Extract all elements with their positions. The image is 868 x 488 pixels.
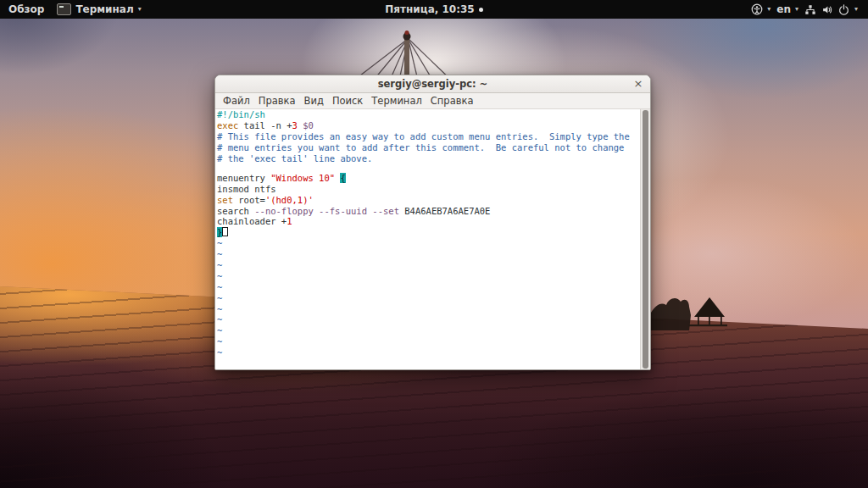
accessibility-menu[interactable]: ▾ [751,3,771,15]
menubar: ФайлПравкаВидПоискТерминалСправка [215,93,650,109]
vim-line [217,164,640,172]
menubar-item[interactable]: Справка [426,95,478,107]
island-trees [651,298,691,330]
vim-tilde-line: ~ [217,304,640,315]
chevron-down-icon: ▾ [138,6,142,13]
menubar-item[interactable]: Вид [300,95,328,107]
keyboard-layout-label: en [776,3,791,15]
scrollbar[interactable] [640,109,650,369]
vim-tilde-line: ~ [217,293,640,304]
vim-line: insmod ntfs [217,184,640,195]
window-titlebar[interactable]: sergiy@sergiy-pc: ~ × [215,75,650,93]
vim-line: #!/bin/sh [217,109,640,120]
vim-tilde-line: ~ [217,325,640,336]
accessibility-icon [751,3,763,15]
vim-tilde-line: ~ [217,347,640,358]
power-icon [838,4,849,15]
vim-line: } [217,227,640,238]
system-status-menu[interactable]: ▾ [804,4,858,15]
vim-line: # the 'exec tail' line above. [217,153,640,164]
terminal-content: #!/bin/shexec tail -n +3 $0# This file p… [215,109,650,369]
vim-buffer[interactable]: #!/bin/shexec tail -n +3 $0# This file p… [215,109,640,369]
app-menu-label: Терминал [75,3,133,15]
volume-icon [821,4,833,15]
app-menu-button[interactable]: Терминал ▾ [57,3,141,15]
island-hut-roof [694,297,725,317]
close-button[interactable]: × [632,77,644,90]
vim-line: # menu entries you want to add after thi… [217,142,640,153]
menubar-item[interactable]: Терминал [367,95,426,107]
gnome-top-bar: Пятница, 10:35 Обзор Терминал ▾ ▾ en [0,0,868,19]
vim-tilde-line: ~ [217,336,640,347]
vim-line: exec tail -n +3 $0 [217,120,640,131]
vim-line: menuentry "Windows 10" { [217,173,640,184]
activities-label: Обзор [8,3,44,15]
vim-line: search --no-floppy --fs-uuid --set B4A6A… [217,206,640,217]
menubar-item[interactable]: Поиск [328,95,367,107]
vim-statusline: -- ВСТАВКА -- 12,2 Весь [217,358,640,369]
menubar-item[interactable]: Правка [254,95,300,107]
vim-line: # This file provides an easy way to add … [217,131,640,142]
desktop: Пятница, 10:35 Обзор Терминал ▾ ▾ en [0,0,868,488]
island-pier [688,324,727,326]
chevron-down-icon: ▾ [795,6,798,13]
vim-tilde-line: ~ [217,260,640,271]
vim-tilde-line: ~ [217,314,640,325]
chevron-down-icon: ▾ [854,6,858,13]
keyboard-layout-menu[interactable]: en ▾ [776,3,798,15]
vim-tilde-line: ~ [217,249,640,260]
vim-cursor [222,227,227,236]
scrollbar-thumb[interactable] [643,110,648,369]
clock-label: Пятница, 10:35 [385,3,474,15]
vim-tilde-line: ~ [217,271,640,282]
chevron-down-icon: ▾ [767,6,771,13]
vim-line: set root='(hd0,1)' [217,195,640,206]
vim-tilde-line: ~ [217,282,640,293]
activities-button[interactable]: Обзор [8,3,44,15]
vim-tilde-line: ~ [217,238,640,249]
terminal-app-icon [57,3,71,15]
window-title: sergiy@sergiy-pc: ~ [378,78,488,90]
terminal-window: sergiy@sergiy-pc: ~ × ФайлПравкаВидПоиск… [214,75,651,370]
clock-menu[interactable]: Пятница, 10:35 [385,3,482,15]
notification-dot-icon [479,8,483,12]
menubar-item[interactable]: Файл [219,95,254,107]
wired-network-icon [804,4,816,15]
vim-line: chainloader +1 [217,216,640,227]
